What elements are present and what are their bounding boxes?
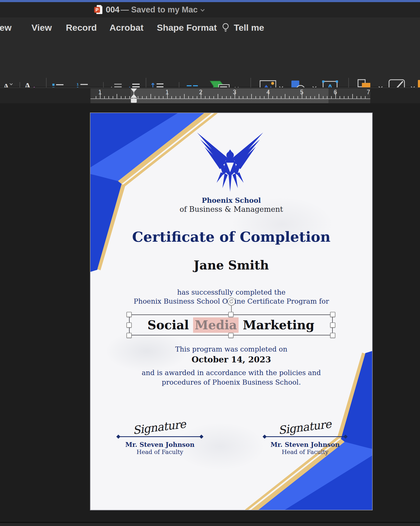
resize-handle-bottom-right[interactable]: [330, 333, 335, 338]
signature-line-left: [118, 436, 202, 437]
ruler-tick: [357, 96, 357, 98]
ribbon-tab-bar: view View Record Acrobat Shape Format Te…: [0, 17, 420, 38]
resize-handle-mid-left[interactable]: [126, 322, 132, 328]
ruler-tick: [104, 96, 105, 98]
ruler-tick: [319, 94, 319, 98]
tab-tell-me[interactable]: Tell me: [234, 17, 264, 38]
ruler-tick: [239, 96, 239, 98]
program-text-box[interactable]: Social Media Marketing: [129, 314, 333, 335]
window-accent-strip: [0, 0, 420, 2]
ruler-tick: [285, 94, 285, 98]
ruler-tick: [289, 96, 290, 98]
lightbulb-icon[interactable]: [222, 23, 230, 33]
ruler-tick: [184, 94, 185, 98]
ruler-tick: [213, 96, 214, 98]
tab-review-partial[interactable]: view: [0, 17, 12, 38]
ruler-tick: [344, 96, 344, 98]
ruler-tick: [193, 96, 193, 98]
ruler-tick: [298, 96, 298, 98]
ruler-tick: [327, 96, 327, 98]
signer-name-right: Mr. Steven Johnson: [164, 441, 372, 448]
ribbon-toolbar: A A 1 2 3: [0, 38, 420, 87]
ruler-tick: [247, 96, 248, 98]
tab-record[interactable]: Record: [66, 17, 97, 38]
ruler-tick: [323, 96, 323, 98]
certificate-title: Certificate of Completion: [90, 228, 372, 245]
ruler-tick: [272, 96, 273, 98]
tab-acrobat[interactable]: Acrobat: [109, 17, 143, 38]
ruler-tick: [167, 91, 168, 98]
resize-handle-mid-right[interactable]: [330, 322, 335, 328]
ruler-tick: [340, 96, 340, 98]
tab-shape-format[interactable]: Shape Format: [157, 17, 217, 38]
ruler-tick: [138, 96, 138, 98]
ruler-tick: [222, 96, 222, 98]
ruler-tick: [150, 94, 151, 98]
ruler-tick: [277, 96, 277, 98]
ruler-tick: [260, 96, 260, 98]
ruler-tick: [163, 96, 163, 98]
signature-line-right: [264, 436, 346, 437]
resize-handle-bottom-left[interactable]: [126, 333, 132, 338]
ruler-tick: [335, 91, 336, 98]
ruler-tick: [365, 96, 366, 98]
certificate-slide[interactable]: Phoenix School of Business & Management …: [90, 113, 372, 510]
document-title: 004: [106, 5, 120, 14]
ruler-tick: [251, 94, 252, 98]
ruler-tick: [306, 96, 307, 98]
powerpoint-window: P 004 — Saved to my Mac view View Record…: [0, 0, 420, 526]
resize-handle-top-left[interactable]: [126, 312, 132, 317]
closing-line-2: procedures of Phoenix Business School.: [90, 378, 372, 386]
ruler-tick: [113, 96, 113, 98]
ruler-textbox-extent: [131, 88, 328, 103]
svg-text:1: 1: [77, 82, 79, 86]
ruler-tick: [264, 96, 264, 98]
ruler-tick: [142, 96, 143, 98]
titlebar: P 004 — Saved to my Mac: [0, 2, 420, 17]
ruler-tick: [361, 96, 361, 98]
ruler-tick: [209, 96, 210, 98]
ruler-tick: [218, 94, 218, 98]
ruler-tick: [155, 96, 155, 98]
resize-handle-bottom-center[interactable]: [228, 333, 234, 338]
recipient-name: Jane Smith: [90, 258, 372, 272]
resize-handle-top-center[interactable]: [228, 312, 234, 317]
tab-view[interactable]: View: [31, 17, 52, 38]
powerpoint-doc-icon: P: [94, 5, 103, 15]
completion-date: October 14, 2023: [90, 355, 372, 364]
left-indent-marker[interactable]: [131, 98, 137, 103]
program-text-before: Social: [148, 318, 189, 332]
rotate-icon: [229, 299, 234, 304]
ruler-tick: [176, 96, 176, 98]
ruler-strip[interactable]: 1 1 2 3 4 5 6 7: [90, 88, 370, 103]
slide-canvas[interactable]: Phoenix School of Business & Management …: [0, 103, 420, 522]
ruler-mark: 7: [367, 89, 370, 96]
rotate-handle[interactable]: [227, 298, 235, 305]
ruler-tick: [201, 91, 201, 98]
ruler-tick: [134, 91, 134, 98]
ruler-tick: [188, 96, 189, 98]
ruler-tick: [243, 96, 243, 98]
ruler-tick: [310, 96, 311, 98]
program-text-selected: Media: [193, 317, 239, 333]
completion-line-1: has successfully completed the: [90, 288, 372, 296]
ruler-tick: [125, 96, 126, 98]
ruler-tick: [121, 96, 121, 98]
phoenix-bird-logo: [197, 132, 264, 198]
ruler-tick: [117, 94, 117, 98]
resize-handle-top-right[interactable]: [330, 312, 335, 317]
ruler-tick: [108, 96, 109, 98]
ruler-tick: [96, 96, 96, 98]
svg-text:P: P: [95, 7, 98, 12]
ruler-tick: [348, 96, 349, 98]
signer-role-right: Head of Faculty: [164, 449, 372, 455]
school-subtitle: of Business & Management: [90, 205, 372, 214]
ruler-tick: [146, 96, 147, 98]
ruler-tick: [255, 96, 256, 98]
save-status: — Saved to my Mac: [121, 5, 198, 14]
ruler-tick: [159, 96, 159, 98]
title-chevron-icon[interactable]: [200, 7, 205, 12]
ruler-tick: [129, 96, 130, 98]
ruler-row: 1 1 2 3 4 5 6 7: [0, 87, 420, 103]
school-name: Phoenix School: [90, 196, 372, 204]
